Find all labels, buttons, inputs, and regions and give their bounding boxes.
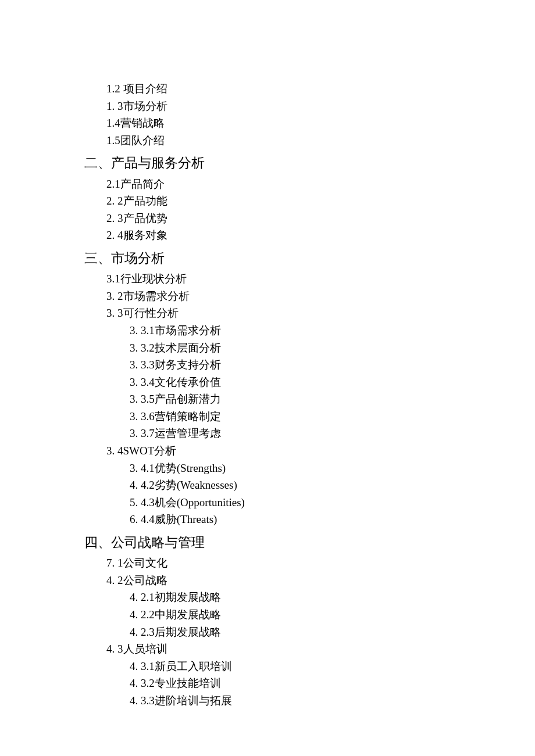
toc-item: 1.4营销战略 [106,116,535,131]
toc-item: 4. 2公司战略 [106,573,535,589]
toc-item: 2. 4服务对象 [106,228,535,243]
toc-item: 4. 3.1新员工入职培训 [130,659,535,675]
toc-item: 4. 3人员培训 [106,642,535,657]
toc-item: 2.1产品简介 [106,177,535,192]
toc-item: 3. 2市场需求分析 [106,289,535,304]
toc-item: 4. 3.3进阶培训与拓展 [130,693,535,709]
toc-item: 4. 2.1初期发展战略 [130,590,535,605]
toc-item: 3. 3.6营销策略制定 [130,409,535,425]
toc-item: 2. 2产品功能 [106,194,535,209]
toc-item: 7. 1公司文化 [106,556,535,571]
toc-item: 3. 3.7运营管理考虑 [130,426,535,442]
section-heading: 三、市场分析 [84,249,535,268]
toc-item: 4. 2.2中期发展战略 [130,607,535,623]
document-content: 1.2 项目介绍1. 3市场分析1.4营销战略1.5团队介绍二、产品与服务分析2… [0,81,535,709]
toc-item: 1.5团队介绍 [106,133,535,149]
toc-item: 3. 3.5产品创新潜力 [130,392,535,407]
toc-item: 3. 3.3财务支持分析 [130,357,535,373]
toc-item: 3.1行业现状分析 [106,271,535,287]
section-heading: 四、公司战略与管理 [84,533,535,552]
toc-item: 3. 4SWOT分析 [106,443,535,459]
toc-item: 1. 3市场分析 [106,99,535,114]
toc-item: 3. 3.2技术层面分析 [130,341,535,356]
toc-item: 4. 3.2专业技能培训 [130,676,535,691]
toc-item: 2. 3产品优势 [106,211,535,227]
section-heading: 二、产品与服务分析 [84,154,535,173]
toc-item: 6. 4.4威胁(Threats) [130,512,535,528]
toc-item: 5. 4.3机会(Opportunities) [130,495,535,511]
toc-item: 3. 3.4文化传承价值 [130,375,535,390]
toc-item: 3. 3可行性分析 [106,306,535,321]
toc-item: 4. 2.3后期发展战略 [130,625,535,640]
toc-item: 3. 3.1市场需求分析 [130,323,535,339]
toc-item: 3. 4.1优势(Strengths) [130,461,535,476]
toc-item: 4. 4.2劣势(Weaknesses) [130,478,535,493]
toc-item: 1.2 项目介绍 [106,81,535,97]
